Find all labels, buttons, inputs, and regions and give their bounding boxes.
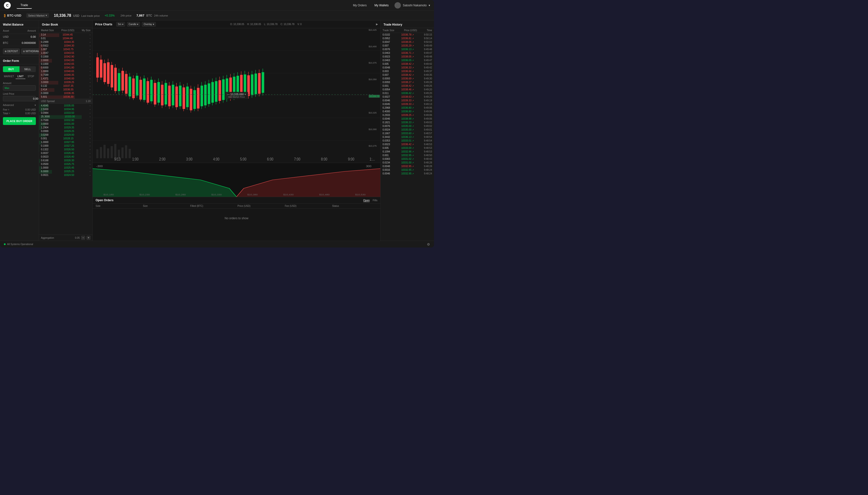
bid-row[interactable]: 2.500010334.95- — [39, 107, 93, 111]
settings-icon[interactable]: ⚙ — [427, 242, 430, 246]
ask-row[interactable]: 0.100010342.90- — [39, 55, 93, 58]
volume-unit: BTC — [146, 14, 152, 17]
ask-size: 0.5922 — [41, 44, 49, 47]
trade-size: 0.007 — [382, 73, 394, 76]
trade-row: 0.004610338.98 ↗9:49:06 — [381, 117, 434, 121]
bid-row[interactable]: 0.099910329.25- — [39, 129, 93, 133]
bid-row[interactable]: 0.003710326.45- — [39, 151, 93, 155]
bid-row[interactable]: 0.098410333.50- — [39, 111, 93, 115]
trade-time: 9:49:06 — [422, 117, 432, 120]
bid-row[interactable]: 0.100010327.25- — [39, 144, 93, 148]
ohlcv-h: H: 10,338.05 — [247, 23, 261, 25]
bid-row[interactable]: 0.050010325.75- — [39, 162, 93, 166]
limit-price-input[interactable] — [5, 97, 38, 100]
app-logo[interactable]: C — [4, 2, 11, 9]
bid-row[interactable]: 6.000010325.25- — [39, 170, 93, 173]
withdraw-button[interactable]: ⊖ WITHDRAW — [21, 49, 39, 54]
amount-input[interactable] — [10, 86, 39, 89]
ask-row[interactable]: 3.000010339.25- — [39, 80, 93, 84]
agg-plus-button[interactable]: + — [86, 236, 91, 240]
my-wallets-button[interactable]: My Wallets — [373, 3, 391, 8]
chart-type-selector[interactable]: Candle ▾ — [127, 22, 140, 27]
bid-row[interactable]: 0.132210326.50- — [39, 148, 93, 151]
user-area[interactable]: Satoshi Nakamoto ▾ — [394, 2, 430, 8]
advanced-toggle[interactable]: Advanced ▾ — [0, 102, 39, 108]
bid-row[interactable]: 0.759910332.90- — [39, 118, 93, 122]
ask-mysize: - — [90, 73, 91, 76]
ask-row[interactable]: 1.000010340.65- — [39, 69, 93, 73]
svg-rect-76 — [204, 85, 207, 105]
ask-row[interactable]: 0.100010342.65- — [39, 62, 93, 66]
expand-chart-button[interactable]: ▶ — [376, 23, 378, 26]
open-orders-fills-tab[interactable]: Fills — [373, 199, 377, 202]
bid-row[interactable]: 4.404510335.05- — [39, 104, 93, 107]
bid-row[interactable]: 3.026810329.00- — [39, 133, 93, 137]
trade-row: 0.344210336.13 ↗9:48:54 — [381, 135, 434, 139]
ask-row[interactable]: 1.004710343.55- — [39, 51, 93, 55]
svg-rect-9 — [111, 146, 113, 158]
ask-row[interactable]: 2.41410336.55- — [39, 88, 93, 91]
svg-rect-6 — [100, 147, 102, 158]
ask-row[interactable]: 2.000010342.85- — [39, 58, 93, 62]
buy-tab[interactable]: BUY — [3, 66, 19, 72]
ask-mysize: - — [90, 77, 91, 80]
market-order-tab[interactable]: MARKET — [3, 74, 15, 79]
max-link[interactable]: Max — [5, 87, 9, 89]
user-name: Satoshi Nakamoto — [403, 4, 427, 7]
bid-row[interactable]: 1.000010325.45- — [39, 166, 93, 170]
svg-rect-42 — [143, 79, 146, 100]
ask-row[interactable]: 5.60110336.30- — [39, 95, 93, 99]
chevron-down-icon: ▾ — [46, 14, 47, 17]
bid-price: 10326.40 — [64, 155, 74, 158]
bid-row[interactable]: 0.002110324.50- — [39, 173, 93, 177]
select-market-dropdown[interactable]: Select Market ▾ — [26, 13, 49, 18]
ask-mysize: - — [90, 66, 91, 69]
ask-row[interactable]: 0.600010341.80- — [39, 66, 93, 69]
ask-row[interactable]: 0.299910344.35- — [39, 40, 93, 44]
sell-tab[interactable]: SELL — [19, 66, 36, 72]
bid-row[interactable]: 0.616810326.30- — [39, 158, 93, 162]
trade-time: 9:50:02 — [422, 41, 432, 44]
wallet-title: Wallet Balance — [0, 20, 39, 28]
ask-row[interactable]: 0.759910340.35- — [39, 73, 93, 77]
ask-row[interactable]: 0.300010336.35- — [39, 91, 93, 95]
app-container: C Trade My Orders My Wallets Satoshi Nak… — [0, 0, 434, 248]
nav-tab-trade[interactable]: Trade — [17, 2, 32, 9]
ask-price: 10342.65 — [64, 63, 74, 65]
asset-header: Asset — [3, 30, 9, 32]
limit-order-tab[interactable]: LIMIT — [16, 74, 26, 79]
overlay-selector[interactable]: Overlay ▾ — [142, 22, 155, 27]
open-orders-open-tab[interactable]: Open — [363, 199, 370, 202]
deposit-button[interactable]: ⊕ DEPOSIT — [3, 49, 20, 54]
agg-minus-button[interactable]: − — [81, 236, 85, 240]
ask-row[interactable]: 0.592210344.30- — [39, 44, 93, 48]
ask-row[interactable]: 1.00710343.75- — [39, 48, 93, 51]
ask-mysize: - — [90, 59, 91, 62]
candlestick-area: 9/13 1:00 2:00 3:00 4:00 5:00 6:00 7:00 … — [93, 28, 380, 163]
bid-row[interactable]: 1.000010327.95- — [39, 140, 93, 144]
bid-row[interactable]: 3.000010331.00- — [39, 122, 93, 126]
bid-row[interactable]: 25.300010333.00- — [39, 115, 93, 118]
limit-price-group: Limit Price USD — [0, 91, 39, 102]
place-order-button[interactable]: PLACE BUY ORDER — [3, 117, 36, 125]
ask-row[interactable]: 1.437110340.00- — [39, 77, 93, 80]
bid-row[interactable]: 1.290410329.35- — [39, 126, 93, 129]
trade-size: 0.0045 — [382, 103, 394, 105]
bid-price: 10325.25 — [64, 170, 74, 173]
trade-row: 0.010210336.78 ↗9:50:15 — [381, 33, 434, 36]
ask-row[interactable]: 0.0110344.40- — [39, 36, 93, 40]
trade-size: 0.0048 — [382, 165, 394, 168]
ask-mysize: - — [90, 81, 91, 84]
my-orders-button[interactable]: My Orders — [351, 3, 369, 8]
user-avatar — [394, 2, 401, 8]
timeframe-selector[interactable]: 5m ▾ — [116, 22, 125, 27]
bid-price: 10325.45 — [64, 166, 74, 169]
ask-row[interactable]: 0.13210337.35- — [39, 84, 93, 88]
bid-size: 0.0500 — [41, 163, 49, 166]
bid-row[interactable]: 0.002310326.40- — [39, 155, 93, 158]
trade-time: 9:48:24 — [422, 169, 432, 171]
ask-row[interactable]: 3.1410344.45- — [39, 33, 93, 36]
bid-row[interactable]: 0.00110328.15- — [39, 137, 93, 140]
stop-order-tab[interactable]: STOP — [26, 74, 36, 79]
volume-area: 7,867 BTC 24h volume — [136, 14, 168, 17]
